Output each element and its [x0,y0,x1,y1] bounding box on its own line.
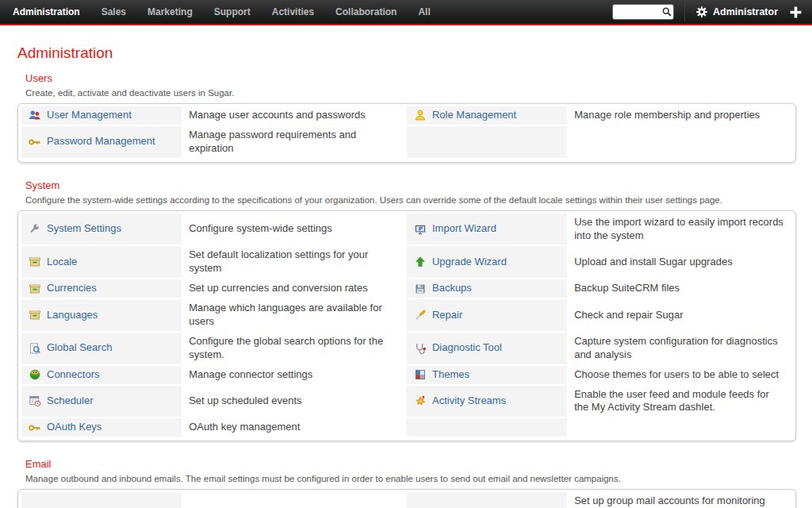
nav-item-sales[interactable]: Sales [102,6,126,17]
navbar-divider [684,2,685,21]
admin-link-locale[interactable]: Locale [47,256,77,269]
wrench-icon [29,223,41,236]
theme-grid-icon [414,368,427,381]
admin-link-diagnostic-tool[interactable]: Diagnostic Tool [432,341,502,355]
admin-link-themes[interactable]: Themes [432,368,469,382]
screwdriver-icon [414,309,427,321]
page-title: Administration [17,44,796,62]
search-input[interactable] [617,6,661,17]
admin-item-languages: Languages [21,299,182,333]
admin-link-scheduler[interactable]: Scheduler [47,394,94,408]
admin-link-role-management[interactable]: Role Management [432,109,516,122]
globe-icon [29,368,41,381]
quick-create-button[interactable] [789,6,802,19]
person-icon [414,109,427,121]
admin-link-oauth-keys[interactable]: OAuth Keys [47,421,102,434]
admin-item-description: Manage connector settings [182,366,407,386]
admin-link-activity-streams[interactable]: Activity Streams [432,394,506,408]
admin-item-scheduler: Scheduler [21,386,182,419]
admin-item-description: OAuth key management [182,418,407,438]
admin-item-description: Manage role membership and properties [567,106,792,126]
admin-item-description: Configure the global search options for … [182,333,407,366]
admin-item-currencies: Currencies [21,279,182,299]
admin-link-currencies[interactable]: Currencies [47,282,97,295]
nav-item-activities[interactable]: Activities [272,6,314,17]
admin-item-inbound-email: Inbound Email [407,492,567,508]
admin-item-description [567,126,792,160]
admin-item-role-management: Role Management [407,106,567,126]
admin-panel-users: User ManagementManage user accounts and … [17,103,796,163]
admin-item-description: Check and repair Sugar [567,299,792,333]
admin-link-user-management[interactable]: User Management [47,109,132,122]
admin-link-import-wizard[interactable]: Import Wizard [432,222,496,236]
package-icon [29,283,41,295]
admin-item-description: Choose themes for users to be able to se… [567,366,792,386]
admin-item-backups: Backups [407,279,567,299]
users-icon [29,109,41,121]
admin-item-global-search: Global Search [21,333,182,366]
admin-item-password-management: Password Management [21,126,182,160]
admin-item-description: Capture system configuration for diagnos… [567,333,792,366]
admin-item-description: Set default localization settings for yo… [182,246,407,279]
admin-item-description: Configure system-wide settings [182,214,407,247]
admin-panel-email: Email SettingsConfigure email settingsIn… [17,489,796,508]
admin-item-description: Set up scheduled events [182,386,407,419]
global-search-box[interactable] [612,4,674,20]
nav-item-all[interactable]: All [418,6,430,17]
admin-item-description: Manage which languages are available for… [182,299,407,333]
admin-item-description [567,418,792,438]
section-description: Configure the system-wide settings accor… [25,195,796,205]
admin-item-import-wizard: Import Wizard [407,214,567,247]
admin-item-themes: Themes [407,366,567,386]
admin-item-description: Upload and install Sugar upgrades [567,246,792,279]
admin-panel-system: System SettingsConfigure system-wide set… [17,210,796,442]
admin-link-repair[interactable]: Repair [432,309,462,322]
admin-item-locale: Locale [21,246,182,279]
admin-item-empty [407,126,567,160]
admin-link-global-search[interactable]: Global Search [47,341,112,355]
admin-link-backups[interactable]: Backups [432,282,472,295]
section-description: Manage outbound and inbound emails. The … [25,474,796,483]
key-icon [29,421,41,434]
disk-icon [414,283,427,295]
burst-icon [414,394,427,407]
admin-link-system-settings[interactable]: System Settings [47,222,121,236]
section-description: Create, edit, activate and deactivate us… [25,88,796,98]
nav-item-marketing[interactable]: Marketing [147,6,193,17]
nav-item-administration[interactable]: Administration [13,6,80,17]
main-menu: AdministrationSalesMarketingSupportActiv… [13,6,431,17]
search-icon[interactable] [661,6,672,17]
navbar-right: Administrator [612,2,804,21]
admin-item-description: Backup SuiteCRM files [567,279,792,299]
section-heading-users: Users [25,72,796,84]
search-doc-icon [29,342,41,355]
section-heading-email: Email [25,458,796,470]
admin-link-languages[interactable]: Languages [47,309,98,322]
gear-icon [695,6,708,18]
section-email: EmailManage outbound and inbound emails.… [17,458,796,508]
admin-item-repair: Repair [407,299,567,333]
admin-sections: UsersCreate, edit, activate and deactiva… [17,72,796,508]
admin-item-description: Set up group mail accounts for monitorin… [567,492,792,508]
section-system: SystemConfigure the system-wide settings… [17,179,796,442]
admin-item-system-settings: System Settings [21,214,182,247]
admin-item-oauth-keys: OAuth Keys [21,418,182,438]
admin-item-user-management: User Management [21,106,182,126]
section-users: UsersCreate, edit, activate and deactiva… [17,72,796,163]
user-menu[interactable]: Administrator [695,6,778,18]
section-heading-system: System [25,179,796,191]
admin-link-connectors[interactable]: Connectors [47,368,99,382]
package-icon [29,256,41,268]
package-icon [29,309,41,321]
nav-item-collaboration[interactable]: Collaboration [335,6,396,17]
admin-link-upgrade-wizard[interactable]: Upgrade Wizard [432,256,507,269]
admin-item-activity-streams: Activity Streams [407,386,567,419]
top-navbar: AdministrationSalesMarketingSupportActiv… [0,0,812,25]
admin-item-upgrade-wizard: Upgrade Wizard [407,246,567,279]
admin-item-description: Use the import wizard to easily import r… [567,214,792,247]
admin-item-empty [407,418,567,438]
up-arrow-icon [414,256,427,268]
admin-link-password-management[interactable]: Password Management [47,135,155,148]
nav-item-support[interactable]: Support [214,6,251,17]
admin-item-description: Manage password requirements and expirat… [182,126,407,160]
